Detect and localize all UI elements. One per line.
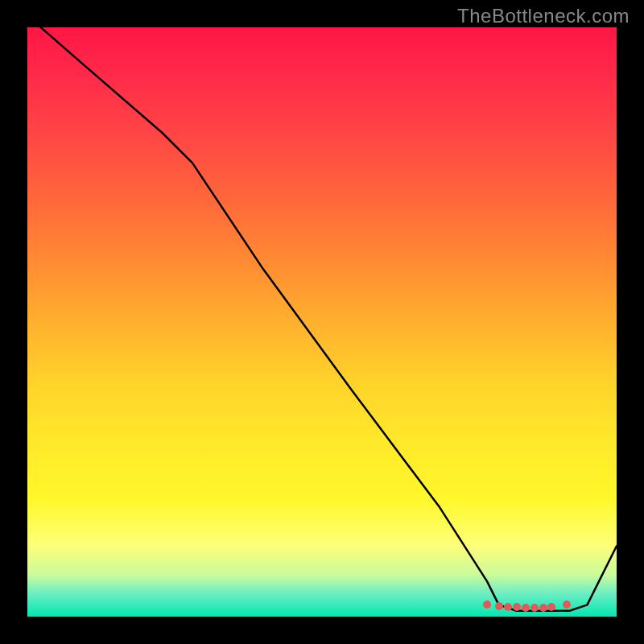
data-marker xyxy=(483,601,491,609)
data-marker xyxy=(504,603,512,611)
plot-area xyxy=(27,27,617,617)
data-marker xyxy=(563,601,571,609)
watermark-text: TheBottleneck.com xyxy=(457,5,630,27)
data-marker xyxy=(522,604,530,612)
data-marker xyxy=(539,604,547,612)
data-marker xyxy=(513,603,521,611)
marker-group xyxy=(27,27,617,617)
data-marker xyxy=(547,603,555,611)
data-marker xyxy=(530,604,539,612)
data-marker xyxy=(495,602,503,610)
chart-container: TheBottleneck.com xyxy=(0,0,644,644)
